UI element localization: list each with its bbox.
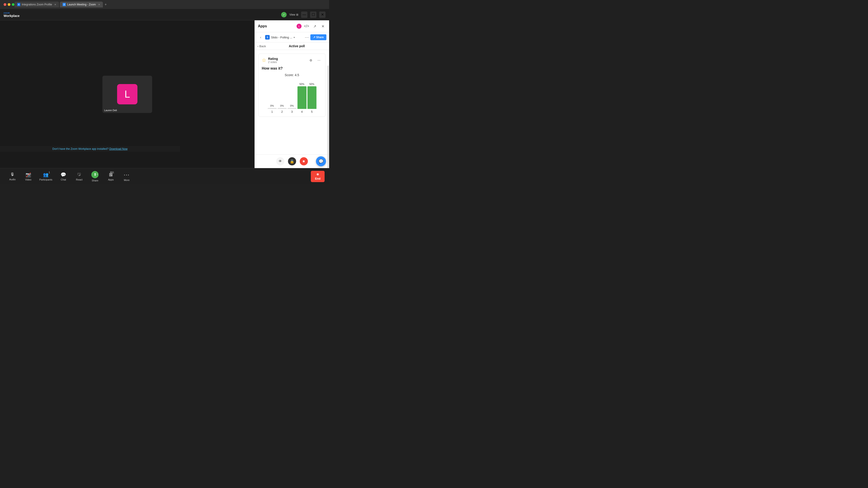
bar-label-row: 1 2 3 4 5 [268, 110, 316, 113]
sidebar-close-button[interactable]: ✕ [320, 23, 326, 29]
slido-more-btn[interactable]: ··· [305, 35, 309, 40]
poll-options-btn[interactable]: ··· [316, 57, 322, 64]
poll-card-header: ☆ Rating 2 votes ⚙ ··· [262, 57, 322, 64]
audio-label: Audio [9, 178, 16, 181]
microphone-icon: 🎙 ▲ [10, 172, 15, 177]
view-label: View [289, 13, 295, 16]
bar-group-5: 50% [307, 83, 316, 109]
participants-icon: 👥 1 ▲ [43, 172, 49, 177]
apps-icon: ⊞ 891 ▲ [109, 172, 113, 177]
bar-row: 0% 0% 0% [268, 79, 316, 109]
back-button[interactable]: ‹ Back [257, 44, 266, 48]
participants-caret-icon: ▲ [46, 174, 48, 176]
end-meeting-button[interactable]: ⊗ End [311, 171, 324, 182]
toolbar-item-participants[interactable]: 👥 1 ▲ Participants [36, 170, 55, 183]
stop-button[interactable]: ■ [300, 157, 308, 165]
lock-button[interactable]: 🔒 [288, 157, 296, 165]
bar-2 [278, 108, 287, 109]
code-icon-btn[interactable]: </> [303, 23, 310, 29]
bar-group-1: 0% [268, 104, 277, 109]
share-label: Share [92, 179, 98, 182]
active-poll-label: Active poll [267, 44, 327, 48]
zoom-logo: zoom Workplace [4, 12, 20, 18]
bar-label-2: 2 [278, 110, 287, 113]
slido-header: ‹ S Slido - Polling ... ▾ ··· ↗ Share [255, 32, 329, 42]
tab-label-2: Launch Meeting - Zoom [67, 3, 96, 6]
win-max-btn[interactable] [12, 3, 14, 6]
zoom-logo-bottom: Workplace [4, 14, 20, 18]
close-button[interactable]: ✕ [319, 11, 326, 18]
share-label: Share [316, 36, 324, 39]
bar-4 [298, 86, 307, 109]
video-caret-icon: ▲ [29, 174, 31, 176]
toolbar-item-share[interactable]: ⬆ ▲ Share [87, 169, 103, 184]
toolbar-item-audio[interactable]: 🎙 ▲ Audio [4, 170, 20, 183]
tab-favicon-2: Z [63, 3, 66, 6]
eye-icon: 👁 [278, 159, 282, 163]
bar-group-2: 0% [278, 104, 287, 109]
notif-text: Don't have the Zoom Workplace app instal… [53, 147, 108, 151]
zoom-header-right: ✓ View ⊞ — ☐ ✕ [281, 11, 326, 18]
main-content: L Lauren Deli Don't have the Zoom Workpl… [0, 20, 329, 168]
poll-settings-btn[interactable]: ⚙ [308, 57, 314, 64]
bar-group-3: 0% [287, 104, 297, 109]
slido-back-btn[interactable]: ‹ [257, 34, 264, 40]
slido-icon: S [265, 35, 270, 39]
code-icon: </> [304, 24, 309, 28]
slido-app-name: S Slido - Polling ... ▾ [265, 35, 304, 39]
bar-pct-4: 50% [299, 83, 304, 86]
toolbar-item-react[interactable]: ♡ ▲ React [71, 170, 87, 183]
share-icon: ↗ [313, 36, 315, 39]
bottom-toolbar: 🎙 ▲ Audio 📷 ▲ Video 👥 1 ▲ Participants 💬… [0, 168, 329, 184]
external-link-icon-btn[interactable]: ↗ [311, 23, 318, 29]
poll-question: How was it? [262, 66, 322, 70]
notification-bar: Don't have the Zoom Workplace app instal… [0, 146, 180, 152]
apps-sidebar: Apps L </> ↗ ✕ ‹ S Slido - Po [254, 20, 329, 168]
toolbar-item-chat[interactable]: 💬 ▲ Chat [55, 170, 71, 183]
tab-label-1: Integrations Zoom Profile [22, 3, 52, 6]
bar-label-3: 3 [287, 110, 297, 113]
user-dot[interactable]: L [297, 24, 302, 29]
star-icon: ☆ [262, 57, 266, 63]
chevron-down-icon: ▾ [293, 36, 295, 39]
new-tab-button[interactable]: + [105, 2, 107, 6]
participants-label: Participants [39, 178, 52, 181]
view-button[interactable]: View ⊞ [289, 13, 298, 16]
bar-label-5: 5 [307, 110, 316, 113]
poll-card: ☆ Rating 2 votes ⚙ ··· How was it? Score… [258, 54, 326, 117]
react-icon: ♡ ▲ [77, 172, 81, 177]
eye-button[interactable]: 👁 [276, 157, 284, 165]
sidebar-scrollbar[interactable] [327, 66, 329, 168]
slido-label: Slido - Polling ... [271, 36, 292, 39]
bar-label-1: 1 [268, 110, 277, 113]
share-button[interactable]: ↗ Share [310, 34, 327, 40]
poll-content: ☆ Rating 2 votes ⚙ ··· How was it? Score… [255, 50, 329, 154]
chat-bubble-icon: 💬 [318, 159, 323, 164]
toolbar-item-more[interactable]: ··· More [119, 170, 134, 183]
video-label: Video [25, 178, 31, 181]
bar-group-4: 50% [298, 83, 307, 109]
bar-3 [287, 108, 297, 109]
browser-tab-1[interactable]: S Integrations Zoom Profile ✕ [14, 2, 59, 7]
tab-close-2[interactable]: ✕ [98, 3, 100, 6]
browser-tab-2[interactable]: Z Launch Meeting - Zoom ✕ [60, 2, 103, 7]
win-close-btn[interactable] [4, 3, 6, 6]
win-min-btn[interactable] [8, 3, 10, 6]
chevron-left-icon: ‹ [260, 35, 261, 39]
chat-bubble-btn[interactable]: 💬 [316, 156, 326, 166]
participant-initial: L [125, 89, 130, 100]
react-caret-icon: ▲ [79, 174, 81, 176]
tab-favicon-1: S [17, 3, 20, 6]
participant-avatar: L [117, 84, 137, 104]
apps-caret-icon: ▲ [110, 174, 112, 176]
bar-label-4: 4 [298, 110, 307, 113]
minimize-button[interactable]: — [301, 11, 307, 18]
share-caret-icon: ▲ [96, 173, 98, 175]
toolbar-item-video[interactable]: 📷 ▲ Video [20, 170, 36, 183]
tab-close-1[interactable]: ✕ [54, 3, 56, 6]
toolbar-item-apps[interactable]: ⊞ 891 ▲ Apps [103, 170, 119, 183]
download-link[interactable]: Download Now [109, 147, 127, 151]
participant-name: Lauren Deli [104, 109, 117, 111]
maximize-button[interactable]: ☐ [310, 11, 316, 18]
bar-1 [268, 108, 277, 109]
